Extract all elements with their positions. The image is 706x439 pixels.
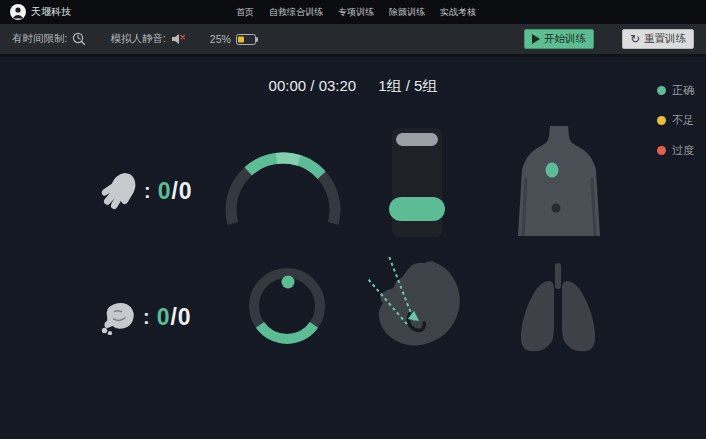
- compression-hands-icon: [101, 171, 137, 211]
- head-tilt-airway-icon: [362, 257, 466, 355]
- legend-correct: 正确: [657, 83, 694, 98]
- mute-label: 模拟人静音:: [110, 32, 165, 46]
- battery-status: 25%: [210, 33, 258, 45]
- compression-depth-gauge: [392, 128, 442, 237]
- navel-dot: [552, 204, 561, 213]
- start-training-button[interactable]: 开始训练: [524, 29, 594, 49]
- start-training-label: 开始训练: [544, 32, 586, 46]
- speaker-muted-icon[interactable]: [171, 33, 186, 45]
- clock-edit-icon[interactable]: [72, 32, 86, 46]
- time-limit-setting[interactable]: 有时间限制:: [12, 32, 86, 46]
- reset-icon: ↻: [630, 33, 640, 45]
- session-status: 00:00 / 03:20 1组 / 5组: [0, 77, 706, 96]
- ventilation-score: 0/0: [157, 304, 192, 331]
- compression-total-count: /0: [171, 178, 192, 204]
- nav-item-comprehensive-training[interactable]: 自救综合训练: [269, 6, 323, 19]
- training-dashboard: 00:00 / 03:20 1组 / 5组 正确 不足 过度 : 0/0: [0, 57, 706, 439]
- brand: 天堰科技: [10, 0, 71, 24]
- brand-logo-icon: [10, 4, 26, 20]
- legend-insufficient-label: 不足: [672, 113, 694, 128]
- compression-counter: : 0/0: [101, 169, 193, 213]
- depth-target-zone: [389, 197, 445, 221]
- depth-handle: [396, 133, 438, 146]
- torso-icon: [514, 126, 604, 236]
- compression-position-dot: [546, 163, 559, 178]
- torso-position-indicator: [514, 126, 604, 236]
- cpr-training-app: 天堰科技 首页 自救综合训练 专项训练 除颤训练 实战考核 有时间限制: 模拟人…: [0, 0, 706, 439]
- brand-name: 天堰科技: [31, 5, 71, 19]
- reset-training-label: 重置训练: [644, 32, 686, 46]
- session-timer: 00:00 / 03:20: [269, 77, 357, 96]
- play-icon: [532, 34, 540, 44]
- top-nav-bar: 天堰科技 首页 自救综合训练 专项训练 除颤训练 实战考核: [0, 0, 706, 24]
- compression-rate-gauge: [221, 148, 345, 226]
- lungs-indicator: [515, 263, 601, 355]
- main-nav: 首页 自救综合训练 专项训练 除颤训练 实战考核: [236, 0, 476, 24]
- manikin-mute-setting[interactable]: 模拟人静音:: [110, 32, 185, 46]
- nav-item-special-training[interactable]: 专项训练: [338, 6, 374, 19]
- ventilation-counter: : 0/0: [100, 295, 192, 339]
- compression-correct-count: 0: [158, 178, 172, 204]
- ventilation-total-count: /0: [170, 304, 191, 330]
- nav-item-practical-assessment[interactable]: 实战考核: [440, 6, 476, 19]
- result-legend: 正确 不足 过度: [657, 83, 694, 158]
- ventilation-correct-count: 0: [157, 304, 171, 330]
- time-limit-label: 有时间限制:: [12, 32, 67, 46]
- toolbar: 有时间限制: 模拟人静音: 25%: [0, 24, 706, 57]
- legend-excessive-label: 过度: [672, 143, 694, 158]
- compression-score: 0/0: [158, 178, 193, 205]
- excessive-dot-icon: [657, 146, 666, 155]
- nav-item-home[interactable]: 首页: [236, 6, 254, 19]
- lungs-icon: [515, 263, 601, 355]
- battery-icon: [236, 34, 258, 45]
- compression-separator: :: [144, 180, 151, 203]
- legend-excessive: 过度: [657, 143, 694, 158]
- battery-percent: 25%: [210, 33, 231, 45]
- insufficient-dot-icon: [657, 116, 666, 125]
- legend-insufficient: 不足: [657, 113, 694, 128]
- breath-face-icon: [100, 299, 136, 335]
- nav-item-defibrillation-training[interactable]: 除颤训练: [389, 6, 425, 19]
- ventilation-volume-gauge: [245, 264, 329, 348]
- legend-correct-label: 正确: [672, 83, 694, 98]
- correct-dot-icon: [657, 86, 666, 95]
- gauge-indicator-dot: [282, 276, 295, 289]
- reset-training-button[interactable]: ↻ 重置训练: [622, 29, 694, 49]
- airway-indicator: [362, 257, 466, 355]
- ventilation-separator: :: [143, 306, 150, 329]
- session-group-counter: 1组 / 5组: [378, 77, 437, 96]
